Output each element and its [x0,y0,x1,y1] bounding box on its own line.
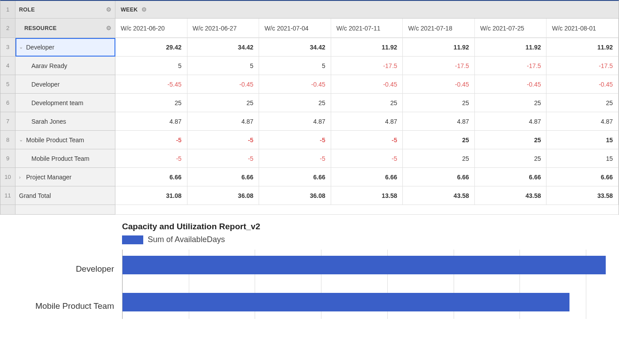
row-label[interactable]: Aarav Ready [15,57,115,75]
chevron-right-icon[interactable]: › [19,174,23,180]
row-label-text: Mobile Product Team [26,136,84,144]
cell[interactable]: 6.66 [331,168,403,186]
cell[interactable]: 5 [259,57,331,75]
column-header[interactable]: W/c 2021-07-25 [475,19,547,38]
cell[interactable]: -17.5 [403,57,475,75]
column-header[interactable]: W/c 2021-06-20 [115,19,187,38]
column-header[interactable]: W/c 2021-06-27 [187,19,260,38]
cell[interactable]: 4.87 [475,112,547,131]
cell[interactable]: -5 [115,131,187,149]
week-field-header[interactable]: WEEK ⚙ [115,1,619,19]
cell[interactable]: 6.66 [403,168,475,186]
cell[interactable]: 25 [403,149,475,168]
cell[interactable]: -17.5 [475,57,547,75]
cell[interactable]: -5.45 [115,75,187,94]
cell[interactable]: 15 [546,131,619,149]
chart-bar[interactable] [122,293,569,311]
column-header[interactable]: W/c 2021-07-18 [403,19,475,38]
cell[interactable]: 25 [259,94,331,112]
column-header[interactable]: W/c 2021-08-01 [546,19,619,38]
cell[interactable]: -0.45 [403,75,475,94]
cell[interactable]: 33.58 [546,186,619,205]
cell[interactable]: 25 [475,131,547,149]
cell[interactable]: -0.45 [187,75,260,94]
cell[interactable]: 31.08 [115,186,187,205]
cell[interactable]: 43.58 [475,186,547,205]
cell[interactable]: 6.66 [187,168,260,186]
row-label[interactable]: Mobile Product Team [15,149,115,168]
row-label-text: Sarah Jones [19,118,66,125]
cell[interactable]: 25 [546,94,619,112]
cell[interactable]: 4.87 [187,112,260,131]
cell[interactable]: 15 [546,149,619,168]
empty-label-cell [15,205,115,215]
cell[interactable]: 11.92 [331,38,403,57]
row-label[interactable]: ⌄Mobile Product Team [15,131,115,149]
cell[interactable]: -5 [331,149,403,168]
chart-plot-area[interactable] [122,250,619,319]
cell[interactable]: 4.87 [259,112,331,131]
cell[interactable]: -17.5 [331,57,403,75]
row-label[interactable]: ›Project Manager [15,168,115,186]
cell[interactable]: 25 [475,149,547,168]
row-cells: 555-17.5-17.5-17.5-17.5 [115,57,619,75]
column-header[interactable]: W/c 2021-07-11 [331,19,403,38]
cell[interactable]: -5 [187,131,260,149]
cell[interactable]: -5 [331,131,403,149]
cell[interactable]: 5 [115,57,187,75]
cell[interactable]: 6.66 [259,168,331,186]
cell[interactable]: -5 [259,131,331,149]
row-label[interactable]: Developer [15,75,115,94]
gear-icon[interactable]: ⚙ [103,25,111,31]
cell[interactable]: 4.87 [115,112,187,131]
column-header[interactable]: W/c 2021-07-04 [259,19,331,38]
cell[interactable]: 6.66 [475,168,547,186]
cell[interactable]: 34.42 [187,38,260,57]
cell[interactable]: 43.58 [403,186,475,205]
cell[interactable]: 4.87 [331,112,403,131]
cell[interactable]: 25 [403,131,475,149]
chart-legend[interactable]: Sum of AvailableDays [122,235,619,244]
cell[interactable]: 11.92 [546,38,619,57]
cell[interactable]: 25 [331,94,403,112]
cell[interactable]: 4.87 [546,112,619,131]
row-label[interactable]: Grand Total [15,186,115,205]
cell[interactable]: 36.08 [259,186,331,205]
cell[interactable]: 5 [187,57,260,75]
role-field-header[interactable]: ROLE ⚙ [15,1,115,19]
cell[interactable]: 25 [115,94,187,112]
cell[interactable]: 36.08 [187,186,260,205]
gear-icon[interactable]: ⚙ [103,6,111,13]
cell[interactable]: 6.66 [115,168,187,186]
cell[interactable]: -5 [115,149,187,168]
cell[interactable]: -0.45 [475,75,547,94]
cell[interactable]: 6.66 [546,168,619,186]
column-headers: W/c 2021-06-20W/c 2021-06-27W/c 2021-07-… [115,19,619,38]
row-label[interactable]: ⌄Developer [15,38,115,57]
chart-bar[interactable] [122,256,606,274]
cell[interactable]: 25 [475,94,547,112]
chevron-down-icon[interactable]: ⌄ [19,137,23,143]
cell[interactable]: -17.5 [546,57,619,75]
cell[interactable]: -5 [259,149,331,168]
cell[interactable]: 4.87 [403,112,475,131]
cell[interactable]: -0.45 [259,75,331,94]
legend-swatch-icon [122,235,143,244]
cell[interactable]: 11.92 [475,38,547,57]
cell[interactable]: 13.58 [331,186,403,205]
cell[interactable]: 25 [403,94,475,112]
cell[interactable]: 34.42 [259,38,331,57]
resource-field-header[interactable]: RESOURCE ⚙ [15,19,115,38]
gear-icon[interactable]: ⚙ [141,6,147,13]
cell[interactable]: 25 [187,94,260,112]
row-cells: 25252525252525 [115,94,619,112]
cell[interactable]: -0.45 [331,75,403,94]
chart-bar-row [122,289,619,315]
row-label[interactable]: Sarah Jones [15,112,115,131]
row-label[interactable]: Development team [15,94,115,112]
cell[interactable]: -5 [187,149,260,168]
chevron-down-icon[interactable]: ⌄ [19,44,23,50]
cell[interactable]: 11.92 [403,38,475,57]
cell[interactable]: 29.42 [115,38,187,57]
cell[interactable]: -0.45 [546,75,619,94]
